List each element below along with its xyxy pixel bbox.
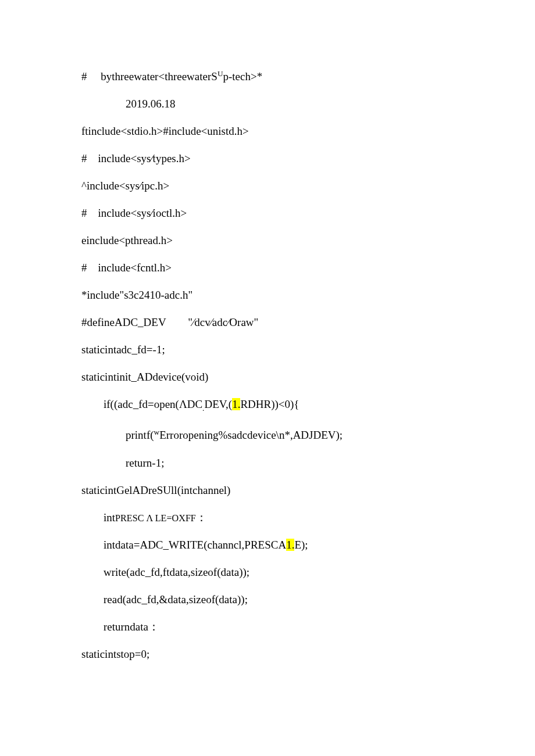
text-run: staticintstop=0; <box>81 648 149 660</box>
text-run: ftinclude<stdio.h>#include<unistd.h> <box>81 125 249 137</box>
code-line: staticintinit_ADdevice(void) <box>81 371 454 382</box>
code-line: if((adc_fd=open(ΛDC.DEV,(1.RDHR))<0){ <box>81 399 454 412</box>
text-run: returndata： <box>104 621 159 633</box>
text-run: intdata=ADC_WRITE(channcl,PRESCA <box>104 539 286 551</box>
code-line: printf(wErroropening%sadcdevice\n*,ADJDE… <box>81 428 454 440</box>
code-line: *include"s3c2410-adc.h" <box>81 289 454 300</box>
code-line: # bythreewater<threewaterSUp-tech>* <box>81 70 454 82</box>
text-run: 1. <box>232 398 240 410</box>
text-run: # include<sys⁄types.h> <box>81 152 191 164</box>
text-run: einclude<pthread.h> <box>81 234 173 246</box>
text-run: p-tech>* <box>223 70 262 83</box>
code-line: staticintstop=0; <box>81 648 454 660</box>
text-run: printf( <box>126 429 154 442</box>
text-run: ： <box>196 511 207 524</box>
code-line: einclude<pthread.h> <box>81 235 454 246</box>
code-line: # include<sys⁄ioctl.h> <box>81 207 454 218</box>
code-line: #defineADC_DEV "⁄dcv⁄adc⁄Oraw" <box>81 317 454 328</box>
code-line: return-1; <box>81 457 454 468</box>
text-run: *include"s3c2410-adc.h" <box>81 289 192 301</box>
text-run: staticintGelADreSUll(intchannel) <box>81 484 230 496</box>
text-run: w <box>154 428 160 436</box>
code-line: # include<fcntl.h> <box>81 262 454 273</box>
text-run: return-1; <box>126 457 164 469</box>
code-line: intdata=ADC_WRITE(channcl,PRESCA1.E); <box>81 539 454 550</box>
code-line: # include<sys⁄types.h> <box>81 153 454 164</box>
text-run: 2019.06.18 <box>126 98 176 110</box>
text-run: DEV,( <box>204 398 232 410</box>
text-run: ^include<sys⁄ipc.h> <box>81 180 169 192</box>
code-line: returndata： <box>81 621 454 632</box>
text-run: if((adc_fd=open(ΛDC <box>104 398 202 410</box>
text-run: # include<fcntl.h> <box>81 261 172 274</box>
text-run: PRESC Λ LE=OXFF <box>115 513 196 523</box>
document-page: # bythreewater<threewaterSUp-tech>*2019.… <box>0 0 535 722</box>
text-run: staticintadc_fd=-1; <box>81 343 165 356</box>
text-run: 1. <box>286 539 294 551</box>
code-line: 2019.06.18 <box>81 98 454 109</box>
text-run: # bythreewater<threewaterS <box>81 70 217 83</box>
code-line: intPRESC Λ LE=OXFF： <box>81 512 454 523</box>
text-run: #defineADC_DEV "⁄dcv⁄adc⁄Oraw" <box>81 316 258 328</box>
code-line: write(adc_fd,ftdata,sizeof(data)); <box>81 567 454 578</box>
text-run: E); <box>294 539 308 551</box>
text-run: # include<sys⁄ioctl.h> <box>81 207 187 219</box>
text-run: int <box>104 511 115 524</box>
text-run: Erroropening%sadcdevice\n*,ADJDEV); <box>159 429 343 442</box>
text-run: staticintinit_ADdevice(void) <box>81 371 208 383</box>
code-line: ^include<sys⁄ipc.h> <box>81 180 454 191</box>
code-line: read(adc_fd,&data,sizeof(data)); <box>81 594 454 605</box>
text-run: RDHR))<0){ <box>240 398 299 410</box>
code-line: ftinclude<stdio.h>#include<unistd.h> <box>81 126 454 137</box>
code-line: staticintadc_fd=-1; <box>81 344 454 355</box>
text-run: write(adc_fd,ftdata,sizeof(data)); <box>104 566 249 578</box>
code-line: staticintGelADreSUll(intchannel) <box>81 485 454 496</box>
text-run: read(adc_fd,&data,sizeof(data)); <box>104 593 248 605</box>
